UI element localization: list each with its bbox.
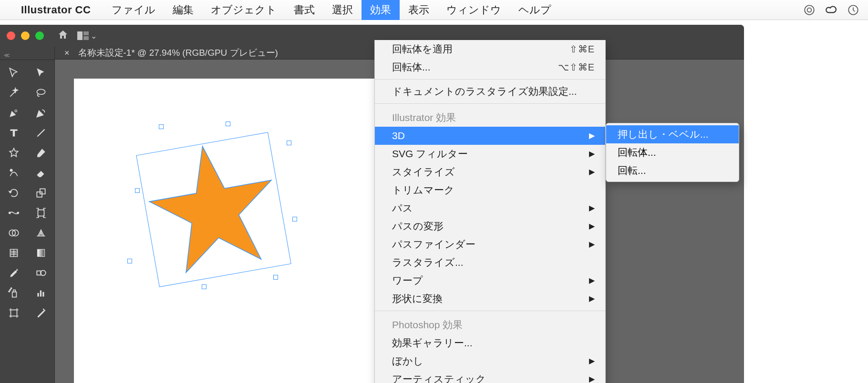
artboard[interactable] [74, 79, 379, 383]
menu-file[interactable]: ファイル [103, 0, 164, 21]
shaper-tool[interactable] [0, 163, 27, 183]
menu-item-label: ぼかし [392, 354, 424, 368]
menu-item-スタイライズ[interactable]: スタイライズ▶ [375, 163, 605, 181]
lasso-tool[interactable] [27, 83, 54, 103]
gradient-tool[interactable] [27, 243, 54, 263]
perspective-grid-tool[interactable] [27, 223, 54, 243]
handle-bl[interactable] [127, 259, 132, 263]
shortcut-text: ⇧⌘E [569, 42, 595, 56]
menu-type[interactable]: 書式 [285, 0, 323, 21]
handle-tr[interactable] [287, 141, 291, 145]
illustrator-window: ⌄ ≪ [0, 25, 744, 383]
submenu-arrow-icon: ▶ [589, 219, 595, 233]
window-titlebar[interactable]: ⌄ [0, 25, 744, 47]
menu-item-label: ラスタライズ... [392, 255, 464, 270]
scale-tool[interactable] [27, 183, 54, 203]
menu-help[interactable]: ヘルプ [510, 0, 560, 21]
menu-item-トリムマーク[interactable]: トリムマーク [375, 181, 605, 199]
menu-item-label: パスファインダー [392, 237, 475, 252]
menu-item-形状に変換[interactable]: 形状に変換▶ [375, 290, 605, 308]
menu-item-パスファインダー[interactable]: パスファインダー▶ [375, 235, 605, 253]
symbol-sprayer-tool[interactable] [0, 283, 27, 303]
window-zoom-button[interactable] [35, 31, 44, 40]
creative-cloud-icon[interactable] [825, 4, 837, 16]
pen-tool[interactable] [0, 103, 27, 123]
menu-item-SVG フィルター[interactable]: SVG フィルター▶ [375, 145, 605, 163]
home-icon[interactable] [57, 29, 69, 42]
column-graph-tool[interactable] [27, 283, 54, 303]
menu-item-パス[interactable]: パス▶ [375, 199, 605, 217]
menu-item-アーティスティック[interactable]: アーティスティック▶ [375, 370, 605, 383]
menu-last-effect[interactable]: 回転体... ⌥⇧⌘E [375, 58, 605, 76]
traffic-lights [7, 31, 44, 40]
svg-point-8 [10, 169, 12, 171]
section-label: Illustrator 効果 [392, 111, 456, 125]
selection-bounds[interactable] [130, 126, 297, 293]
svg-point-7 [15, 110, 17, 112]
star-shape[interactable] [142, 135, 285, 276]
menu-rasterize-settings[interactable]: ドキュメントのラスタライズ効果設定... [375, 82, 605, 101]
menu-item-3D[interactable]: 3D▶ [375, 127, 605, 145]
type-tool[interactable] [0, 123, 27, 143]
artboard-tool[interactable] [0, 303, 27, 323]
svg-rect-26 [42, 292, 44, 297]
toolbox-collapse-icon[interactable]: ≪ [0, 50, 54, 60]
eyedropper-tool[interactable] [0, 263, 27, 283]
handle-tm[interactable] [226, 121, 230, 126]
submenu-item-押し出し・ベベル...[interactable]: 押し出し・ベベル... [606, 125, 739, 143]
magic-wand-tool[interactable] [0, 83, 27, 103]
menu-item-label: アーティスティック [392, 372, 486, 383]
mesh-tool[interactable] [0, 243, 27, 263]
shortcut-text: ⌥⇧⌘E [558, 60, 595, 74]
app-name[interactable]: Illustrator CC [21, 4, 91, 16]
line-segment-tool[interactable] [27, 123, 54, 143]
rotate-tool[interactable] [0, 183, 27, 203]
menu-edit[interactable]: 編集 [164, 0, 202, 21]
handle-ml[interactable] [135, 188, 140, 193]
width-tool[interactable] [0, 203, 27, 223]
time-machine-icon[interactable] [847, 4, 859, 16]
curvature-tool[interactable] [27, 103, 54, 123]
menu-item-ラスタライズ...[interactable]: ラスタライズ... [375, 253, 605, 272]
paintbrush-tool[interactable] [27, 143, 54, 163]
window-close-button[interactable] [7, 31, 15, 40]
menu-select[interactable]: 選択 [323, 0, 362, 21]
menu-window[interactable]: ウィンドウ [438, 0, 510, 21]
menu-item-label: パス [392, 201, 413, 215]
submenu-item-回転体...[interactable]: 回転体... [606, 143, 739, 161]
menu-item-効果ギャラリー...[interactable]: 効果ギャラリー... [375, 334, 605, 352]
menu-effect[interactable]: 効果 [362, 0, 400, 21]
menu-view[interactable]: 表示 [400, 0, 438, 21]
menu-item-ワープ[interactable]: ワープ▶ [375, 272, 605, 290]
menu-separator [375, 311, 605, 311]
svg-point-12 [17, 212, 19, 213]
target-icon[interactable] [803, 4, 816, 16]
eraser-tool[interactable] [27, 163, 54, 183]
selection-tool[interactable] [0, 63, 27, 83]
handle-br[interactable] [273, 275, 278, 280]
menu-item-パスの変形[interactable]: パスの変形▶ [375, 217, 605, 235]
menu-item-ぼかし[interactable]: ぼかし▶ [375, 352, 605, 370]
handle-bm[interactable] [202, 284, 207, 289]
svg-rect-3 [77, 31, 83, 40]
workspace-switcher-icon[interactable]: ⌄ [77, 31, 97, 40]
free-transform-tool[interactable] [27, 203, 54, 223]
star-tool[interactable] [0, 143, 27, 163]
handle-mr[interactable] [292, 217, 297, 222]
handle-tl[interactable] [159, 124, 164, 129]
menu-section-illustrator: Illustrator 効果 [375, 107, 605, 127]
direct-selection-tool[interactable] [27, 63, 54, 83]
tab-close-icon[interactable]: × [64, 48, 70, 58]
menu-object[interactable]: オブジェクト [202, 0, 285, 21]
svg-rect-24 [37, 293, 39, 297]
svg-rect-27 [10, 310, 17, 316]
shape-builder-tool[interactable] [0, 223, 27, 243]
menu-apply-last-effect[interactable]: 回転体を適用 ⇧⌘E [375, 40, 605, 58]
submenu-arrow-icon: ▶ [589, 165, 595, 179]
menu-raster-label: ドキュメントのラスタライズ効果設定... [392, 84, 577, 99]
submenu-item-回転...[interactable]: 回転... [606, 161, 739, 180]
slice-tool[interactable] [27, 303, 54, 323]
blend-tool[interactable] [27, 263, 54, 283]
window-minimize-button[interactable] [21, 31, 30, 40]
svg-point-11 [9, 212, 10, 213]
